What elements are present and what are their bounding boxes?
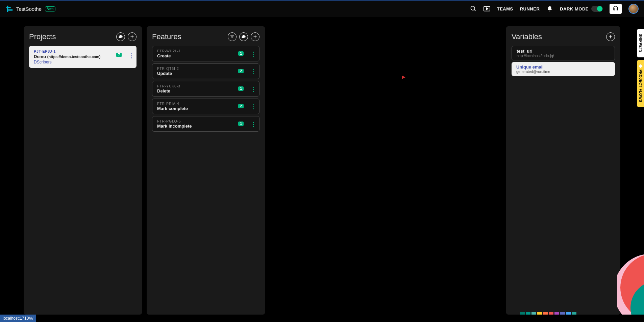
support-button[interactable]: [610, 4, 622, 14]
logo[interactable]: TestSoothe Beta: [5, 5, 55, 13]
variable-value: generated@run.time: [516, 70, 610, 74]
dark-mode-label: DARK MODE: [560, 6, 589, 11]
feature-card[interactable]: FTR-PRIA-4Mark complete2: [152, 99, 259, 114]
feature-id: FTR-YUK6-3: [157, 84, 244, 88]
feature-id: FTR-QT6I-2: [157, 66, 244, 71]
bottom-stripes: [520, 312, 576, 315]
svg-point-3: [471, 6, 475, 10]
beta-badge: Beta: [45, 6, 55, 11]
feature-name: Mark incomplete: [157, 124, 244, 129]
project-id: PJT-EP8J-1: [34, 49, 121, 53]
svg-rect-2: [7, 6, 8, 12]
feature-menu-icon[interactable]: [251, 85, 255, 93]
features-upload-button[interactable]: [239, 32, 248, 41]
variable-name: test_url: [517, 49, 610, 54]
feature-count-badge: 2: [238, 69, 244, 73]
feature-menu-icon[interactable]: [251, 120, 255, 128]
svg-rect-1: [8, 9, 13, 11]
header: TestSoothe Beta TEAMS RUNNER DARK MODE: [0, 1, 644, 17]
projects-panel: Projects PJT-EP8J-1 Demo (https://demo.t…: [24, 26, 142, 315]
projects-upload-button[interactable]: [116, 32, 125, 41]
tab-project-flows-label: PROJECT FLOWS: [639, 70, 643, 102]
tab-project-flows[interactable]: PROJECT FLOWS: [637, 60, 644, 107]
feature-id: FTR-WU2L-1: [157, 49, 244, 53]
variable-value: http://localhost/todo-jq/: [517, 54, 610, 58]
features-sort-button[interactable]: [228, 32, 237, 41]
dark-mode-toggle[interactable]: [591, 6, 603, 12]
svg-marker-6: [486, 8, 488, 10]
feature-name: Create: [157, 53, 244, 58]
bell-icon[interactable]: [546, 5, 553, 12]
variable-card[interactable]: test_urlhttp://localhost/todo-jq/: [512, 46, 615, 60]
annotation-arrow-icon: [402, 76, 405, 79]
feature-name: Delete: [157, 88, 244, 93]
tab-snippets[interactable]: SNIPPETS: [637, 29, 644, 57]
feature-menu-icon[interactable]: [251, 103, 255, 111]
feature-count-badge: 2: [238, 104, 244, 108]
project-url: (https://demo.testsoothe.com): [47, 55, 101, 59]
feature-card[interactable]: FTR-PGLQ-5Mark incomplete1: [152, 116, 259, 132]
app-name: TestSoothe: [16, 6, 42, 12]
projects-header: Projects: [29, 32, 137, 41]
variables-add-button[interactable]: [606, 32, 615, 41]
features-add-button[interactable]: [251, 32, 259, 41]
features-list: FTR-WU2L-1Create1FTR-QT6I-2Update2FTR-YU…: [152, 46, 259, 134]
variables-panel: Variables test_urlhttp://localhost/todo-…: [506, 26, 620, 315]
variables-header: Variables: [512, 32, 615, 41]
status-bar: localhost:1710/#/: [0, 315, 36, 322]
dark-mode-control: DARK MODE: [560, 6, 603, 12]
feature-card[interactable]: FTR-YUK6-3Delete1: [152, 81, 259, 97]
variable-name: Unique email: [516, 64, 610, 70]
features-panel: Features FTR-WU2L-1Create1FTR-QT6I-2Upda…: [147, 26, 265, 315]
status-url: localhost:1710/#/: [3, 316, 33, 321]
feature-name: Update: [157, 71, 244, 76]
side-tabs: SNIPPETS PROJECT FLOWS: [637, 29, 644, 107]
project-name: Demo: [34, 54, 46, 59]
project-card[interactable]: PJT-EP8J-1 Demo (https://demo.testsoothe…: [29, 46, 137, 68]
project-org: DScribers: [34, 60, 121, 64]
annotation-line: [82, 77, 404, 77]
search-icon[interactable]: [470, 5, 477, 12]
svg-line-4: [474, 10, 475, 11]
main: Projects PJT-EP8J-1 Demo (https://demo.t…: [0, 17, 644, 315]
features-header: Features: [152, 32, 259, 41]
nav-teams[interactable]: TEAMS: [497, 6, 513, 11]
spacer: [270, 26, 501, 315]
projects-title: Projects: [29, 32, 56, 41]
variables-title: Variables: [512, 32, 542, 41]
app-root: TestSoothe Beta TEAMS RUNNER DARK MODE: [0, 0, 644, 322]
feature-name: Mark complete: [157, 106, 244, 111]
play-video-icon[interactable]: [484, 5, 490, 12]
feature-menu-icon[interactable]: [251, 50, 255, 58]
avatar[interactable]: [628, 4, 639, 14]
nav-runner[interactable]: RUNNER: [520, 6, 540, 11]
feature-count-badge: 1: [238, 51, 244, 56]
feature-card[interactable]: FTR-WU2L-1Create1: [152, 46, 259, 61]
variable-card[interactable]: Unique emailgenerated@run.time: [512, 62, 615, 76]
header-right: TEAMS RUNNER DARK MODE: [470, 4, 639, 14]
feature-count-badge: 1: [238, 86, 244, 91]
project-menu-icon[interactable]: [129, 52, 133, 60]
feature-menu-icon[interactable]: [251, 68, 255, 76]
feature-id: FTR-PGLQ-5: [157, 119, 244, 123]
logo-icon: [5, 5, 14, 13]
project-count-badge: 7: [116, 53, 122, 57]
diamond-icon: [639, 64, 642, 68]
features-title: Features: [152, 32, 181, 41]
variables-list: test_urlhttp://localhost/todo-jq/Unique …: [512, 46, 615, 78]
projects-add-button[interactable]: [128, 32, 137, 41]
feature-id: FTR-PRIA-4: [157, 102, 244, 106]
feature-count-badge: 1: [238, 122, 244, 126]
